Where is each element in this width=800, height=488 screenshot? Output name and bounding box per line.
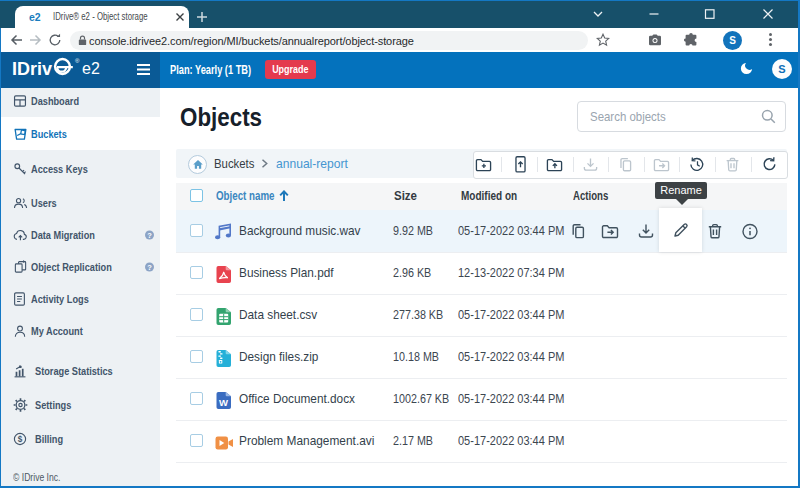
svg-text:W: W <box>219 397 228 408</box>
svg-text:$: $ <box>18 435 23 444</box>
